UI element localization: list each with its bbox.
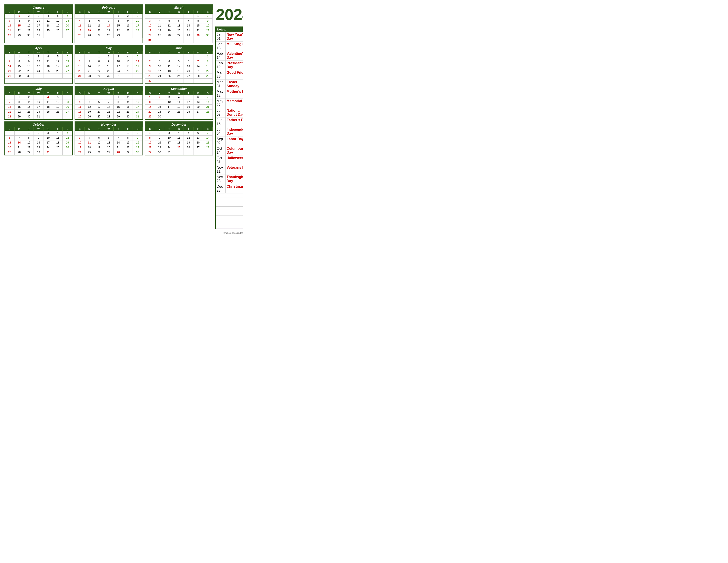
day-header-4: T <box>184 91 193 95</box>
day-cell <box>184 38 193 43</box>
day-cell: 11 <box>85 140 94 145</box>
day-cell: 27 <box>193 109 203 114</box>
day-cell: 9 <box>34 135 43 140</box>
day-cell: 29 <box>145 150 155 155</box>
day-cell: 1 <box>15 14 24 19</box>
day-cell: 20 <box>63 64 72 69</box>
days-grid-july: 1234567891011121314151617181920212223242… <box>5 95 72 119</box>
day-header-0: S <box>75 127 85 131</box>
day-cell <box>43 33 53 38</box>
day-cell: 21 <box>5 109 15 114</box>
day-cell: 13 <box>63 19 72 23</box>
day-cell: 18 <box>75 28 85 33</box>
day-cell: 21 <box>203 140 213 145</box>
day-cell: 4 <box>75 19 85 23</box>
day-cell: 17 <box>133 23 143 28</box>
day-cell: 27 <box>193 145 203 150</box>
day-header-5: F <box>123 10 133 14</box>
day-cell: 19 <box>184 105 193 109</box>
day-cell: 23 <box>24 69 34 74</box>
day-cell <box>155 38 165 43</box>
day-cell: 14 <box>5 64 15 69</box>
day-header-6: S <box>203 51 213 54</box>
day-header-2: T <box>24 127 34 131</box>
day-header-3: W <box>104 91 114 95</box>
notes-date: Jan 01 <box>216 32 226 41</box>
day-cell: 21 <box>5 28 15 33</box>
day-cell: 12 <box>184 135 193 140</box>
day-cell <box>164 38 174 43</box>
day-cell: 14 <box>104 105 114 109</box>
day-cell: 31 <box>145 38 155 43</box>
notes-event-row: Jun 16Father's Day <box>216 117 243 127</box>
day-cell: 28 <box>5 33 15 38</box>
day-cell: 9 <box>133 135 143 140</box>
day-cell <box>75 14 85 19</box>
month-august: AugustSMTWTFS123456789101112131415161718… <box>75 86 143 120</box>
day-cell: 13 <box>174 23 184 28</box>
day-header-2: T <box>164 127 174 131</box>
day-cell <box>174 14 184 19</box>
day-header-5: F <box>193 51 203 54</box>
day-cell: 31 <box>43 150 53 155</box>
day-header-4: T <box>114 10 123 14</box>
day-cell: 11 <box>174 100 184 105</box>
day-cell: 20 <box>184 69 193 74</box>
day-cell: 4 <box>123 54 133 59</box>
day-cell <box>85 14 94 19</box>
day-cell: 31 <box>133 114 143 119</box>
day-cell: 16 <box>155 105 165 109</box>
day-cell: 30 <box>34 150 43 155</box>
day-cell: 22 <box>145 109 155 114</box>
day-cell: 8 <box>94 59 104 64</box>
notes-event-label: Easter Sunday <box>226 79 243 89</box>
day-cell <box>164 114 174 119</box>
notes-event-label: National Donut Day <box>226 108 243 117</box>
day-cell: 17 <box>155 69 165 74</box>
day-cell: 22 <box>24 145 34 150</box>
day-cell: 12 <box>164 23 174 28</box>
day-cell: 17 <box>164 140 174 145</box>
day-cell: 19 <box>53 105 63 109</box>
day-cell: 26 <box>184 109 193 114</box>
day-cell: 26 <box>85 114 94 119</box>
day-cell <box>53 33 63 38</box>
day-header-2: T <box>164 91 174 95</box>
day-cell: 8 <box>145 135 155 140</box>
day-cell: 31 <box>164 150 174 155</box>
day-cell <box>145 54 155 59</box>
year-title: 2024 <box>215 4 243 25</box>
day-cell: 22 <box>145 145 155 150</box>
day-cell: 29 <box>193 33 203 38</box>
days-grid-december: 1234567891011121314151617181920212223242… <box>145 131 213 155</box>
day-cell: 16 <box>24 64 34 69</box>
notes-date: Jun 16 <box>216 117 226 127</box>
day-cell: 21 <box>5 69 15 74</box>
day-cell: 4 <box>75 100 85 105</box>
day-header-3: W <box>174 91 184 95</box>
day-cell: 15 <box>15 105 24 109</box>
day-cell: 5 <box>174 59 184 64</box>
day-cell: 17 <box>34 105 43 109</box>
day-cell: 9 <box>123 100 133 105</box>
day-headers-december: SMTWTFS <box>145 127 213 131</box>
day-cell: 29 <box>114 33 123 38</box>
day-cell: 2 <box>24 14 34 19</box>
month-march: MarchSMTWTFS1234567891011121314151617181… <box>145 4 213 43</box>
day-cell: 3 <box>43 131 53 135</box>
month-september: SeptemberSMTWTFS123456789101112131415161… <box>145 86 213 120</box>
day-cell: 3 <box>164 131 174 135</box>
day-cell: 8 <box>24 135 34 140</box>
day-cell: 1 <box>203 54 213 59</box>
day-cell: 25 <box>75 33 85 38</box>
day-header-4: T <box>114 91 123 95</box>
notes-empty-row <box>216 211 243 215</box>
day-cell: 21 <box>104 28 114 33</box>
day-cell <box>94 95 104 100</box>
day-cell: 12 <box>53 59 63 64</box>
day-cell: 5 <box>184 131 193 135</box>
day-cell: 9 <box>24 19 34 23</box>
day-cell: 3 <box>34 95 43 100</box>
day-cell: 13 <box>184 64 193 69</box>
day-cell: 5 <box>85 100 94 105</box>
